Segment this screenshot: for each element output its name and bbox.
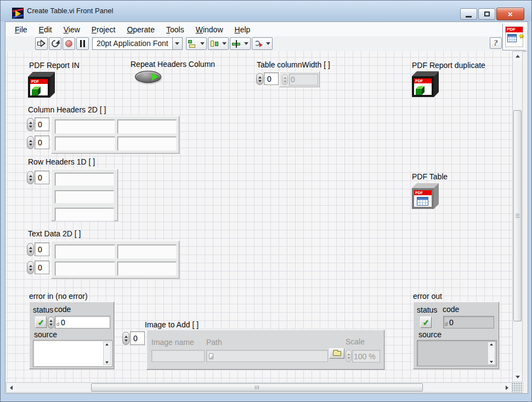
menu-project[interactable]: Project (92, 25, 116, 34)
pdf-report-duplicate-icon[interactable]: PDF (411, 71, 439, 98)
status-label: status (417, 305, 437, 314)
maximize-button[interactable] (478, 8, 495, 20)
source-field (417, 340, 497, 366)
pdf-table-icon[interactable]: PDF (411, 183, 439, 210)
menu-window[interactable]: Window (196, 25, 223, 34)
table-column-width-index[interactable]: 0 (264, 72, 279, 85)
index-value[interactable]: 0 (35, 171, 49, 184)
string-cell[interactable] (55, 190, 114, 203)
green-cube-icon (32, 86, 42, 95)
repeat-headers-column-toggle[interactable] (135, 71, 161, 83)
column-headers-2d-label: Column Headers 2D [ ] (28, 105, 106, 114)
pause-icon (80, 40, 85, 47)
run-continuously-button[interactable] (49, 37, 61, 50)
context-help-button[interactable]: ? (490, 37, 502, 49)
maximize-icon (484, 12, 490, 16)
row-index-value[interactable]: 0 (35, 117, 49, 131)
row-index-value[interactable]: 0 (35, 242, 49, 256)
menu-bar: File Edit View Project Operate Tools Win… (6, 22, 527, 36)
string-cell[interactable] (55, 120, 115, 134)
index-value[interactable]: 0 (130, 331, 145, 345)
col-index-value[interactable]: 0 (35, 135, 49, 149)
scroll-right-button[interactable] (502, 383, 512, 392)
path-type-icon (209, 353, 213, 359)
string-cell[interactable] (55, 245, 115, 259)
distribute-objects-dropdown[interactable] (208, 37, 229, 50)
vertical-scroll-thumb[interactable] (513, 110, 522, 321)
string-cell[interactable] (55, 208, 114, 221)
string-cell[interactable] (117, 120, 177, 134)
menu-view[interactable]: View (64, 25, 80, 34)
status-label: status (33, 305, 53, 314)
menu-edit[interactable]: Edit (39, 25, 52, 34)
vi-icon-box[interactable]: PDF * (502, 24, 525, 50)
index-spinner[interactable] (27, 171, 34, 184)
source-scrollbar[interactable] (488, 342, 495, 365)
window-title: Create Table.vi Front Panel (27, 7, 113, 15)
row-index-spinner[interactable] (27, 118, 34, 131)
labview-vi-icon (12, 8, 24, 19)
menu-file[interactable]: File (15, 25, 27, 34)
status-checkbox[interactable]: ✓ (35, 316, 47, 328)
reorder-dropdown[interactable] (252, 37, 273, 50)
font-selector[interactable]: 20pt Application Font (92, 37, 183, 50)
green-arrow-icon (152, 73, 159, 81)
string-cell[interactable] (55, 137, 115, 151)
table-column-width-value: 0 (289, 73, 318, 86)
string-cell[interactable] (117, 137, 177, 151)
menu-help[interactable]: Help (235, 25, 251, 34)
repeat-headers-column-label: Repeat Headers Column (131, 60, 215, 69)
pdf-banner: PDF (414, 190, 432, 195)
code-spinner[interactable] (48, 316, 54, 329)
chevron-down-icon (266, 42, 270, 45)
table-column-width-label: Table columnWidth [ ] (257, 60, 330, 69)
scroll-left-button[interactable] (7, 383, 16, 392)
align-objects-dropdown[interactable] (186, 37, 207, 50)
resize-objects-icon (232, 40, 241, 48)
title-bar[interactable]: Create Table.vi Front Panel × (1, 1, 531, 21)
table-column-width-index-spinner[interactable] (256, 73, 263, 85)
abort-icon (65, 40, 72, 47)
path-field (206, 350, 328, 362)
string-cell[interactable] (55, 262, 115, 276)
scroll-up-button[interactable] (513, 52, 522, 61)
text-data-2d-label: Text Data 2D [ ] (28, 229, 81, 238)
chevron-down-icon (222, 42, 227, 45)
resize-grip[interactable] (512, 382, 523, 393)
table-column-width-element: 0 (279, 71, 320, 87)
image-to-add-cluster: Image name Path Scale 100 % (146, 330, 384, 370)
image-to-add-label: Image to Add [ ] (145, 320, 199, 329)
pause-button[interactable] (76, 37, 89, 50)
scroll-down-button[interactable] (513, 372, 522, 382)
pdf-report-in-icon[interactable]: PDF (27, 71, 55, 99)
close-button[interactable]: × (496, 8, 524, 20)
folder-icon (333, 351, 341, 356)
horizontal-scrollbar[interactable] (6, 382, 512, 393)
row-index-spinner[interactable] (27, 243, 34, 256)
string-cell[interactable] (117, 262, 177, 276)
string-cell[interactable] (117, 245, 177, 259)
col-index-spinner[interactable] (27, 136, 34, 149)
run-button[interactable] (35, 37, 48, 50)
arrow-up-icon (516, 55, 520, 58)
abort-execution-button (63, 37, 75, 50)
font-selector-dropdown[interactable] (173, 37, 183, 50)
menu-operate[interactable]: Operate (127, 25, 155, 34)
scale-field: 100 % (352, 350, 380, 363)
vertical-scrollbar[interactable] (512, 51, 523, 382)
resize-objects-dropdown[interactable] (230, 37, 251, 50)
string-cell[interactable] (55, 173, 114, 186)
row-headers-1d-array (51, 169, 118, 221)
vi-icon: PDF * (505, 26, 523, 47)
source-scrollbar[interactable] (103, 342, 111, 365)
col-index-spinner[interactable] (27, 261, 34, 274)
col-index-value[interactable]: 0 (35, 261, 49, 274)
font-selector-value[interactable]: 20pt Application Font (92, 37, 173, 50)
code-field[interactable]: d0 (55, 316, 110, 329)
minimize-button[interactable] (460, 8, 477, 20)
horizontal-scroll-thumb[interactable] (91, 383, 423, 392)
source-field[interactable] (33, 340, 112, 367)
index-spinner[interactable] (122, 332, 129, 345)
menu-tools[interactable]: Tools (166, 25, 184, 34)
error-out-cluster: status code ✓ d0 source (413, 302, 499, 369)
